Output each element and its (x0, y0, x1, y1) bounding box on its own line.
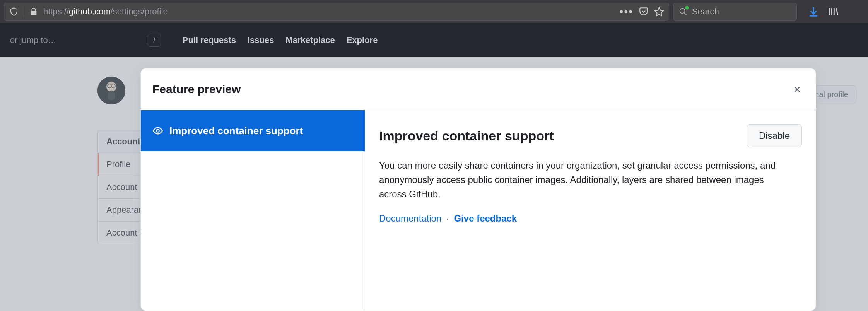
pocket-icon[interactable] (639, 7, 649, 17)
nav-explore[interactable]: Explore (347, 35, 378, 45)
shield-icon (9, 7, 19, 17)
search-placeholder: Search (692, 7, 719, 17)
eye-icon (152, 125, 163, 136)
nav-pull-requests[interactable]: Pull requests (183, 35, 236, 45)
separator (24, 7, 24, 17)
page-body: Account settings Profile Account Appeara… (0, 57, 868, 311)
github-nav: Pull requests Issues Marketplace Explore (183, 35, 378, 45)
svg-point-0 (680, 9, 685, 14)
feature-links: Documentation · Give feedback (379, 213, 802, 224)
modal-side-item-label: Improved container support (169, 125, 303, 137)
nav-issues[interactable]: Issues (248, 35, 274, 45)
url-path: /settings/profile (111, 7, 168, 16)
github-header: or jump to… / Pull requests Issues Marke… (0, 23, 868, 57)
slash-key: / (148, 34, 161, 47)
feature-preview-modal: Feature preview Improved container suppo… (140, 68, 816, 311)
url-bar[interactable]: https://github.com/settings/profile ••• (4, 3, 669, 21)
feature-description: You can more easily share containers in … (379, 158, 789, 202)
browser-search-box[interactable]: Search (673, 3, 797, 21)
url-proto: https:// (43, 7, 69, 16)
modal-body: Improved container support Improved cont… (141, 110, 816, 311)
disable-button[interactable]: Disable (747, 124, 802, 147)
modal-side-item-improved-container[interactable]: Improved container support (141, 110, 365, 151)
close-icon[interactable] (790, 82, 804, 96)
modal-header: Feature preview (141, 68, 816, 110)
meatball-icon[interactable]: ••• (620, 5, 633, 18)
plus-badge-icon (685, 6, 689, 10)
browser-address-bar: https://github.com/settings/profile ••• … (0, 0, 868, 23)
download-icon[interactable] (808, 6, 819, 17)
library-icon[interactable] (828, 6, 839, 17)
svg-point-7 (157, 130, 159, 132)
star-icon[interactable] (654, 7, 664, 17)
give-feedback-link[interactable]: Give feedback (454, 213, 517, 224)
documentation-link[interactable]: Documentation (379, 213, 441, 224)
lock-icon[interactable] (29, 7, 39, 17)
feature-title: Improved container support (379, 128, 554, 144)
nav-marketplace[interactable]: Marketplace (285, 35, 335, 45)
modal-content: Improved container support Disable You c… (365, 110, 816, 311)
url-text[interactable]: https://github.com/settings/profile (43, 7, 615, 17)
modal-sidebar: Improved container support (141, 110, 365, 311)
search-icon (678, 7, 688, 17)
modal-title: Feature preview (152, 83, 241, 96)
links-separator: · (446, 213, 449, 224)
jump-to-input[interactable]: or jump to… (10, 35, 56, 45)
url-host: github.com (69, 7, 111, 16)
